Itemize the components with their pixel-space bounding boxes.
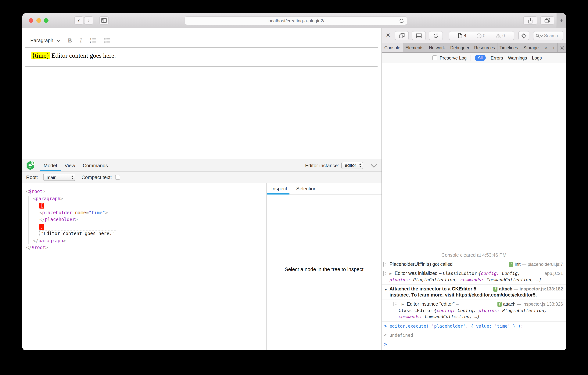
root-select[interactable]: main	[43, 174, 75, 181]
devtools-tab-storage[interactable]: Storage	[520, 43, 542, 52]
error-octagon-icon	[476, 33, 481, 38]
dock-bottom-button[interactable]	[412, 31, 426, 40]
tab-model[interactable]: Model	[40, 159, 61, 171]
console-command: editor.execute( 'placeholder', { value: …	[389, 323, 523, 329]
tree-node-root-close[interactable]: </$root>	[22, 244, 266, 251]
tree-text-node[interactable]: "Editor content goes here."	[22, 230, 266, 237]
disclosure-closed-icon[interactable]: ▶	[389, 272, 392, 275]
tab-selection[interactable]: Selection	[292, 183, 321, 194]
paragraph-dropdown[interactable]: Paragraph	[30, 38, 60, 43]
resource-count[interactable]: 4	[458, 33, 466, 38]
share-button[interactable]	[523, 16, 537, 25]
reload-button[interactable]	[399, 18, 404, 25]
tab-overflow-button[interactable]: »	[542, 43, 550, 52]
editor-instance-control: Editor instance: editor	[305, 162, 376, 169]
editor-instance-select[interactable]: editor	[341, 162, 363, 169]
ckeditor-docs-link[interactable]: https://ckeditor.com/docs/ckeditor5	[456, 292, 536, 298]
inspect-empty-message: Select a node in the tree to inspect	[267, 266, 381, 272]
numbered-list-button[interactable]: 12	[90, 38, 96, 43]
console-filter-bar: Preserve Log All Errors Warnings Logs	[382, 53, 566, 63]
indent-guide	[28, 196, 29, 244]
collapse-inspector-chevron-icon[interactable]	[371, 161, 377, 168]
add-devtools-tab-button[interactable]: +	[550, 43, 558, 52]
filter-warnings-button[interactable]: Warnings	[508, 55, 527, 60]
log-tree-icon	[393, 302, 398, 308]
tab-view[interactable]: View	[61, 159, 79, 171]
filter-logs-button[interactable]: Logs	[532, 55, 542, 60]
console-message-init[interactable]: finit — placeholderui.js:7 PlaceholderUI…	[382, 260, 566, 269]
log-tree-icon	[383, 271, 387, 277]
detach-devtools-button[interactable]	[395, 31, 409, 40]
console-result-arrow-icon: <	[384, 332, 387, 338]
element-picker-button[interactable]	[518, 31, 529, 40]
window-content: Paragraph B I 12 {time} Editor co	[22, 28, 566, 350]
tree-node-root-open[interactable]: <$root>	[22, 188, 266, 195]
devtools-tab-resources[interactable]: Resources	[472, 43, 498, 52]
devtools-tab-network[interactable]: Network	[426, 43, 448, 52]
reload-page-button[interactable]	[429, 31, 443, 40]
tab-overview-button[interactable]	[540, 16, 554, 25]
desktop: ‹ › localhost/creating-a-plugin2/ +	[0, 0, 588, 375]
console-message-initialized[interactable]: app.js:21 ▶ Editor was initialized – Cla…	[382, 269, 566, 285]
filter-errors-button[interactable]: Errors	[491, 55, 503, 60]
tree-node-placeholder-close[interactable]: </placeholder>	[22, 216, 266, 223]
preserve-log-checkbox[interactable]	[432, 55, 437, 60]
console-result[interactable]: < undefined	[382, 331, 566, 340]
bulleted-list-icon	[104, 38, 110, 43]
devtools-settings-button[interactable]	[558, 43, 566, 52]
browser-titlebar: ‹ › localhost/creating-a-plugin2/ +	[22, 13, 566, 28]
devtools-tab-elements[interactable]: Elements	[403, 43, 426, 52]
console-message-instance[interactable]: fattach — inspector.js:133:326 ▶ Editor …	[382, 300, 566, 321]
bold-button[interactable]: B	[68, 37, 72, 44]
console-prompt[interactable]: >	[382, 340, 566, 350]
plus-icon: +	[560, 17, 563, 24]
log-source-link[interactable]: fattach — inspector.js:133:326	[497, 301, 563, 307]
devtools-tab-console[interactable]: Console	[382, 43, 403, 52]
editor-content[interactable]: {time} Editor content goes here.	[25, 48, 378, 66]
minimize-window-button[interactable]	[36, 18, 41, 23]
sidebar-toggle-button[interactable]	[99, 16, 109, 25]
address-bar[interactable]: localhost/creating-a-plugin2/	[185, 16, 407, 25]
resource-summary-group[interactable]: 4 0 0	[449, 31, 514, 40]
class-name: ClassicEditor	[443, 271, 477, 276]
preserve-log-label: Preserve Log	[440, 55, 467, 60]
numbered-list-icon: 12	[90, 38, 96, 43]
filter-all-button[interactable]: All	[474, 55, 486, 61]
log-source-link[interactable]: finit — placeholderui.js:7	[509, 261, 563, 267]
compact-text-checkbox[interactable]	[115, 175, 120, 180]
logo-badge: 5	[32, 162, 33, 164]
error-count[interactable]: 0	[476, 33, 485, 38]
tab-commands[interactable]: Commands	[79, 159, 112, 171]
tree-node-placeholder-open[interactable]: <placeholder name="time">	[22, 209, 266, 216]
ckeditor-logo-icon: 5	[26, 161, 35, 171]
devtools-tab-timelines[interactable]: Timelines	[498, 43, 520, 52]
log-source-link[interactable]: fattach — inspector.js:133:182	[493, 286, 563, 292]
gear-icon	[559, 45, 564, 50]
warning-count[interactable]: 0	[495, 33, 505, 38]
italic-button[interactable]: I	[80, 37, 82, 44]
placeholder-widget[interactable]: {time}	[32, 52, 50, 59]
console-result-value: undefined	[389, 332, 413, 338]
disclosure-open-icon[interactable]: ▼	[384, 287, 388, 293]
search-icon	[536, 33, 540, 38]
forward-button[interactable]: ›	[84, 16, 93, 25]
new-tab-button[interactable]: +	[556, 13, 566, 28]
chevron-down-icon	[57, 38, 60, 42]
tree-selection-start: [	[22, 202, 266, 209]
disclosure-closed-icon[interactable]: ▶	[402, 303, 404, 306]
bulleted-list-button[interactable]	[104, 38, 110, 43]
close-window-button[interactable]	[29, 18, 33, 23]
filter-divider	[470, 55, 471, 60]
close-devtools-button[interactable]: ✕	[386, 32, 390, 38]
tree-node-paragraph-close[interactable]: </paragraph>	[22, 237, 266, 244]
editor-toolbar: Paragraph B I 12	[25, 33, 378, 48]
log-source-link[interactable]: app.js:21	[545, 270, 563, 276]
tree-node-paragraph-open[interactable]: <paragraph>	[22, 195, 266, 202]
console-input-echo[interactable]: > editor.execute( 'placeholder', { value…	[382, 321, 566, 331]
tab-inspect[interactable]: Inspect	[267, 183, 292, 194]
back-button[interactable]: ‹	[74, 16, 83, 25]
devtools-tab-debugger[interactable]: Debugger	[448, 43, 472, 52]
zoom-window-button[interactable]	[44, 18, 49, 23]
search-field[interactable]: Search	[533, 31, 563, 40]
console-message-attached[interactable]: ▼ fattach — inspector.js:133:182 Attache…	[382, 285, 566, 300]
